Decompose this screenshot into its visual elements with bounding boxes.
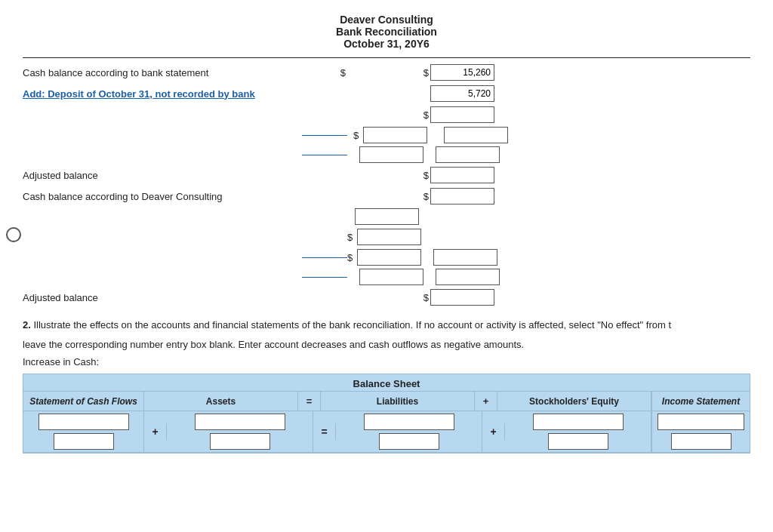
deaver-sub-input-1[interactable] (357, 249, 421, 266)
bank-input-row3[interactable] (430, 106, 494, 123)
deaver-underline-row2 (23, 268, 750, 286)
bank-input-sub2[interactable] (359, 146, 423, 163)
se-data-cell (505, 411, 651, 452)
is-data-cell (651, 411, 750, 452)
deaver-input-empty[interactable] (355, 208, 419, 225)
deaver-underline-row1: $ (23, 248, 750, 266)
is-col-header: Income Statement (651, 392, 750, 411)
bank-balance-row: Cash balance according to bank statement… (23, 63, 750, 82)
deaver-underline-1 (302, 257, 347, 258)
underline-label-2 (302, 155, 347, 155)
section2-number: 2. (23, 319, 31, 331)
liab-number-input[interactable] (379, 433, 439, 450)
bank-balance-dollar: $ (302, 67, 347, 78)
liab-dropdown-input[interactable] (364, 414, 454, 430)
underline-label-1 (302, 135, 347, 136)
underline-row2 (23, 146, 750, 164)
balance-sheet-table: Balance Sheet Statement of Cash Flows As… (23, 374, 750, 454)
deaver-dollar-input[interactable] (357, 229, 421, 245)
adj-balance-bank-input[interactable] (430, 167, 494, 183)
se-plus-cell: + (482, 423, 505, 440)
section2-description: Illustrate the effects on the accounts a… (33, 319, 671, 331)
deaver-input-sub2[interactable] (359, 269, 423, 285)
header-divider (23, 57, 750, 58)
underline-row1: $ (23, 126, 750, 144)
deposit-add-label: Add: Deposit of October 31, not recorded… (23, 87, 302, 101)
plus-col-header: + (475, 392, 497, 411)
deaver-empty-row (23, 208, 750, 226)
balance-sheet-header: Balance Sheet (23, 374, 750, 392)
bs-col-headers-row: Statement of Cash Flows Assets = Liabili… (23, 392, 750, 411)
assets-col-header: Assets (144, 392, 298, 411)
se-dropdown-input[interactable] (533, 414, 624, 430)
deposit-add-row: Add: Deposit of October 31, not recorded… (23, 84, 750, 103)
section2-text: 2. Illustrate the effects on the account… (23, 318, 750, 333)
se-number-input[interactable] (548, 433, 608, 450)
bs-data-row: + = + (23, 411, 750, 453)
is-number-input[interactable] (671, 433, 731, 450)
bank-sub-input-1[interactable] (363, 127, 427, 143)
deposit-add-input[interactable] (430, 85, 494, 102)
scf-col-header: Statement of Cash Flows (23, 392, 144, 411)
assets-number-input[interactable] (210, 433, 270, 450)
bank-balance-input[interactable] (430, 64, 494, 81)
deaver-balance-label: Cash balance according to Deaver Consult… (23, 189, 302, 204)
adj-balance-bank-label: Adjusted balance (23, 168, 302, 183)
se-col-header: Stockholders' Equity (497, 392, 651, 411)
eq-symbol-cell: = (313, 423, 336, 440)
increase-cash-label: Increase in Cash: (23, 356, 750, 367)
doc-type: Bank Reconciliation (23, 26, 750, 38)
deaver-circle-row: $ (23, 227, 750, 247)
bank-main-input-1[interactable] (444, 127, 508, 143)
bank-reconciliation-form: Cash balance according to bank statement… (23, 63, 750, 307)
document-header: Deaver Consulting Bank Reconciliation Oc… (23, 14, 750, 50)
main-page: Deaver Consulting Bank Reconciliation Oc… (0, 0, 773, 461)
bank-balance-dollar2: $ (415, 67, 430, 78)
is-dropdown-input[interactable] (658, 414, 744, 430)
doc-date: October 31, 20Y6 (23, 38, 750, 50)
balance-sheet-title: Balance Sheet (353, 378, 420, 389)
assets-data-cell (167, 411, 313, 452)
bank-input-main2[interactable] (436, 146, 500, 163)
liabilities-col-header: Liabilities (321, 392, 475, 411)
adj-balance-deaver-label: Adjusted balance (23, 291, 302, 305)
adj-balance-deaver-row: Adjusted balance $ (23, 288, 750, 307)
deaver-balance-input[interactable] (430, 188, 494, 204)
circle-marker (6, 227, 21, 242)
deaver-main-input-1[interactable] (433, 249, 497, 266)
company-name: Deaver Consulting (23, 14, 750, 26)
assets-dropdown-input[interactable] (195, 414, 285, 430)
scf-number-input[interactable] (54, 433, 114, 450)
scf-data-cell (23, 411, 144, 452)
bank-balance-label: Cash balance according to bank statement (23, 66, 302, 80)
bank-row3: $ (23, 105, 750, 125)
deaver-balance-row: Cash balance according to Deaver Consult… (23, 186, 750, 206)
deaver-underline-2 (302, 277, 347, 278)
adj-balance-bank-row: Adjusted balance $ (23, 165, 750, 185)
adj-balance-deaver-input[interactable] (430, 289, 494, 306)
liabilities-data-cell (336, 411, 482, 452)
deaver-input-main2[interactable] (436, 269, 500, 285)
section2-text2: leave the corresponding number entry box… (23, 337, 750, 352)
eq-col-header: = (298, 392, 321, 411)
scf-dropdown-input[interactable] (38, 414, 129, 430)
assets-plus-cell: + (144, 423, 167, 440)
